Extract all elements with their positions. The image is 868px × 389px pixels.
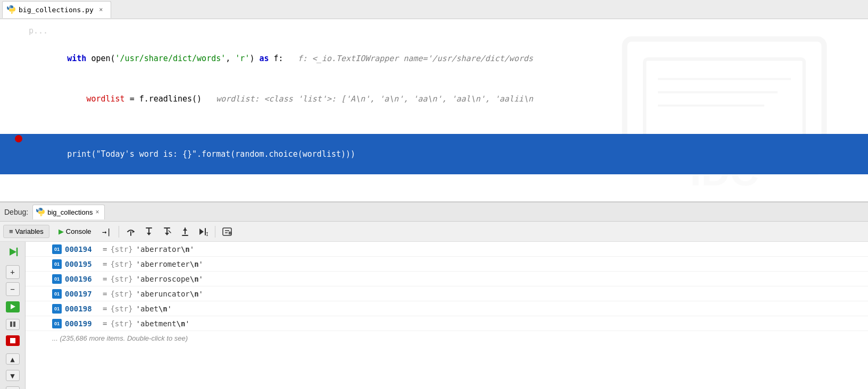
console-arrow-icon: ▶ [59,227,64,235]
step-into-button[interactable] [140,224,157,240]
var-type-3: {str} [110,290,132,298]
var-row-4[interactable]: 01 000198 = {str} 'abet\n' [26,301,868,316]
step-over-icon [126,226,136,237]
svg-point-9 [41,215,42,216]
minus-button[interactable]: − [6,282,20,296]
down-button[interactable]: ▼ [6,370,20,381]
minus-icon: − [10,285,14,293]
var-equals-2: = [103,275,107,283]
var-index-1: 000195 [65,260,99,268]
stop-icon [10,337,16,344]
step-into-icon [144,226,154,237]
var-type-icon-2: 01 [52,274,62,284]
pause-button[interactable] [6,319,20,330]
var-index-2: 000196 [65,275,99,283]
svg-point-0 [10,6,11,7]
plus-icon: + [10,268,14,276]
var-row-5[interactable]: 01 000199 = {str} 'abetment\n' [26,316,868,331]
tab-filename: big_collections.py [19,6,94,14]
file-tab[interactable]: big_collections.py × [2,1,111,18]
code-line-with: with open('/usr/share/dict/words', 'r') … [0,38,868,79]
variables-label: Variables [15,227,44,235]
var-type-5: {str} [110,319,132,328]
var-equals-5: = [103,319,107,328]
step-into-my-code-button[interactable] [158,224,176,240]
debug-panel: Debug: big_collections × ≡ Variables ▶ C… [0,202,868,389]
play-button[interactable] [6,301,20,312]
svg-text:I: I [206,232,208,237]
var-index-4: 000198 [65,305,99,313]
breakpoint-dot[interactable] [15,135,22,142]
step-into-my-code-icon [162,226,172,237]
tab-close-button[interactable]: × [97,5,105,14]
step-over-button[interactable] [122,224,139,240]
step-out-icon [180,226,190,237]
var-row-1[interactable]: 01 000195 = {str} 'aberrometer\n' [26,257,868,272]
debug-tab[interactable]: big_collections × [32,205,105,219]
more-items-label[interactable]: ... (235,686 more items. Double-click to… [26,331,868,345]
svg-rect-35 [10,338,15,343]
stop-button[interactable] [6,335,20,346]
run-to-cursor-button[interactable]: I [195,224,212,240]
svg-marker-16 [165,233,169,235]
plus-button[interactable]: + [6,265,20,279]
var-value-5: 'abetment\n' [136,319,190,328]
down-icon: ▼ [10,371,14,380]
more-button[interactable]: » [6,386,20,389]
var-type-0: {str} [110,245,132,253]
var-index-0: 000194 [65,245,99,253]
pin-button[interactable]: →| [98,224,115,240]
debug-header: Debug: big_collections × [0,202,868,222]
var-index-3: 000197 [65,290,99,298]
var-value-4: 'abet\n' [136,305,172,313]
resume-button[interactable] [6,246,20,258]
svg-line-18 [169,231,171,233]
var-type-icon-3: 01 [52,289,62,299]
run-to-cursor-icon: I [197,226,209,237]
resume-icon [7,246,19,258]
code-content-wordlist: wordlist = f.readlines() wordlist: <clas… [27,80,868,118]
svg-point-1 [12,12,13,13]
var-row-0[interactable]: 01 000194 = {str} 'aberrator\n' [26,242,868,257]
var-equals-0: = [103,245,107,253]
code-line-empty [0,119,868,134]
var-row-2[interactable]: 01 000196 = {str} 'aberroscope\n' [26,272,868,286]
up-button[interactable]: ▲ [6,353,20,365]
var-type-1: {str} [110,260,132,268]
debug-toolbar: ≡ Variables ▶ Console →| [0,222,868,242]
debug-tab-close[interactable]: × [95,208,99,216]
code-line-partial: p... [0,23,868,38]
var-type-2: {str} [110,275,132,283]
svg-marker-32 [11,304,15,309]
variables-icon: ≡ [9,227,13,235]
svg-marker-22 [199,229,204,235]
var-equals-4: = [103,305,107,313]
svg-rect-33 [10,322,12,327]
console-tab-button[interactable]: ▶ Console [53,225,97,238]
toolbar-divider-1 [119,226,119,238]
step-out-button[interactable] [177,224,194,240]
svg-marker-13 [147,233,151,235]
console-tab-section: ▶ Console →| [53,224,115,240]
svg-point-8 [39,209,40,210]
evaluate-button[interactable] [219,224,236,240]
svg-marker-20 [183,228,187,231]
up-icon: ▲ [10,355,14,363]
variables-tab-button[interactable]: ≡ Variables [3,225,49,238]
code-line-print: print("Today's word is: {}".format(rando… [0,134,868,174]
debug-content: + − [0,242,868,389]
var-value-1: 'aberrometer\n' [136,260,203,268]
more-icon-container: » [6,386,20,389]
code-content-with: with open('/usr/share/dict/words', 'r') … [27,39,868,78]
python-icon [7,5,15,14]
var-row-3[interactable]: 01 000197 = {str} 'aberuncator\n' [26,286,868,301]
var-index-5: 000199 [65,319,99,328]
toolbar-divider-2 [215,226,215,238]
code-lines: p... with open('/usr/share/dict/words', … [0,19,868,179]
var-value-2: 'aberroscope\n' [136,275,203,283]
var-equals-1: = [103,260,107,268]
var-type-icon-4: 01 [52,304,62,314]
var-type-icon-5: 01 [52,319,62,328]
variables-list[interactable]: 01 000194 = {str} 'aberrator\n' 01 00019… [26,242,868,389]
var-type-4: {str} [110,305,132,313]
